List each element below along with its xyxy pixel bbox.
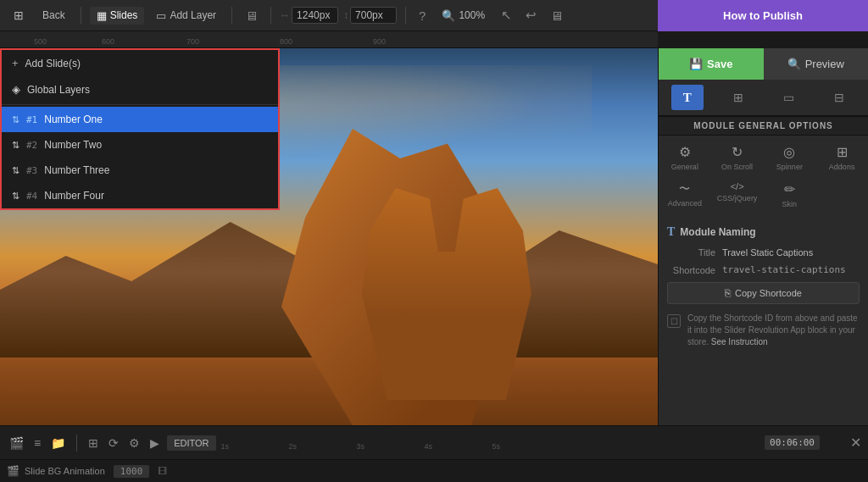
module-naming-header: T Module Naming	[667, 225, 860, 239]
copy-shortcode-icon: ⎘	[725, 287, 731, 299]
editor-label: EDITOR	[167, 435, 215, 451]
slide-item-2[interactable]: ⇅ #2 Number Two	[2, 132, 278, 158]
slide-item-3[interactable]: ⇅ #3 Number Three	[2, 158, 278, 183]
grid-icon[interactable]: ⊞	[86, 434, 101, 452]
add-slides-item[interactable]: + Add Slide(s)	[2, 50, 278, 76]
spinner-option[interactable]: ◎ Spinner	[764, 139, 816, 176]
tl-mark-2s: 2s	[289, 442, 298, 451]
grid-icon-btn[interactable]: ⊞	[7, 6, 31, 25]
css-jquery-option[interactable]: </> CSS/jQuery	[711, 176, 764, 213]
pointer-icon[interactable]: ↖	[497, 5, 516, 25]
save-button[interactable]: 💾 Save	[659, 48, 764, 80]
advanced-label: Advanced	[668, 199, 702, 208]
current-time-display: 00:06:00	[765, 435, 820, 450]
back-button[interactable]: Back	[36, 7, 72, 24]
see-instruction-link[interactable]: See Instruction	[711, 337, 768, 346]
separator-4	[405, 7, 406, 24]
shortcode-field-value: travel-static-captions	[722, 264, 846, 275]
title-field-label: Title	[667, 247, 722, 258]
how-to-publish-title: How to Publish	[723, 9, 803, 22]
film-icon[interactable]: 🎬	[7, 434, 26, 452]
width-input[interactable]	[292, 7, 338, 24]
slide-item-1[interactable]: ⇅ #1 Number One	[2, 107, 278, 132]
content-tab-icon: ▭	[783, 91, 794, 104]
css-jquery-label: CSS/jQuery	[717, 194, 758, 202]
add-layer-label: Add Layer	[170, 9, 216, 21]
play-icon[interactable]: ▶	[147, 434, 162, 452]
top-bar: ⊞ Back ▦ Slides ▭ Add Layer 🖥 ↔ ↕ ?	[0, 0, 868, 31]
ruler: 500 600 700 800 900	[0, 31, 658, 48]
copy-shortcode-button[interactable]: ⎘ Copy Shortcode	[667, 282, 860, 304]
width-input-group: ↔	[280, 7, 338, 24]
slide-3-order-icon: ⇅	[12, 165, 19, 176]
zoom-control[interactable]: 🔍 100%	[435, 7, 492, 25]
global-layers-item[interactable]: ◈ Global Layers	[2, 76, 278, 102]
width-arrow-icon: ↔	[280, 9, 290, 21]
shortcode-row: Shortcode travel-static-captions	[667, 264, 860, 275]
module-naming-section: T Module Naming Title Travel Static Capt…	[659, 217, 868, 360]
list-icon[interactable]: ≡	[31, 434, 43, 452]
status-film-icon: 🎬	[7, 465, 19, 477]
module-naming-t-icon: T	[667, 225, 675, 239]
undo-icon[interactable]: ↩	[521, 5, 541, 25]
on-scroll-label: On Scroll	[721, 163, 753, 171]
slide-1-order-icon: ⇅	[12, 114, 19, 125]
folder-icon[interactable]: 📁	[48, 434, 68, 452]
tab-layout[interactable]: ⊞	[722, 85, 754, 110]
height-arrow-icon: ↕	[343, 9, 348, 21]
advanced-option[interactable]: 〜 Advanced	[659, 176, 711, 213]
skin-icon: ✏	[784, 181, 795, 197]
addons-option[interactable]: ⊞ Addons	[815, 139, 868, 176]
defaults-tab-icon: ⊟	[834, 91, 844, 104]
tl-mark-5s: 5s	[492, 442, 501, 451]
add-slides-icon: +	[12, 57, 19, 69]
canvas-area: + Add Slide(s) ◈ Global Layers ⇅ #1 Numb…	[0, 48, 658, 425]
addons-label: Addons	[829, 163, 855, 171]
tab-title[interactable]: T	[671, 85, 704, 110]
monitor-icon[interactable]: 🖥	[241, 6, 262, 25]
title-field-value: Travel Static Captions	[722, 247, 813, 258]
slide-2-label: Number Two	[44, 139, 102, 151]
title-row: Title Travel Static Captions	[667, 247, 860, 258]
slide-3-label: Number Three	[44, 164, 109, 176]
slides-tab[interactable]: ▦ Slides	[90, 7, 145, 25]
tab-defaults[interactable]: ⊟	[823, 85, 855, 110]
dropdown-separator	[2, 104, 278, 105]
zoom-icon: 🔍	[442, 9, 455, 22]
advanced-icon: 〜	[679, 181, 690, 197]
info-checkbox-icon: ☐	[667, 314, 681, 328]
slide-1-label: Number One	[44, 114, 103, 125]
add-slides-label: Add Slide(s)	[25, 58, 81, 69]
height-input[interactable]	[350, 7, 397, 24]
slide-item-4[interactable]: ⇅ #4 Number Four	[2, 183, 278, 208]
slide-2-order-icon: ⇅	[12, 140, 19, 151]
spinner-label: Spinner	[776, 163, 803, 171]
close-timeline-button[interactable]: ✕	[850, 435, 861, 451]
bb-sep-1	[76, 435, 77, 452]
on-scroll-icon: ↻	[732, 144, 743, 160]
back-label: Back	[42, 9, 65, 21]
global-layers-icon: ◈	[12, 83, 20, 96]
css-jquery-icon: </>	[731, 181, 744, 191]
responsive-icon[interactable]: 🖥	[546, 6, 567, 25]
slide-2-num: #2	[26, 140, 37, 151]
general-option[interactable]: ⚙ General	[659, 139, 711, 176]
addons-icon: ⊞	[837, 144, 848, 160]
preview-button[interactable]: 🔍 Preview	[764, 48, 869, 80]
add-layer-button[interactable]: ▭ Add Layer	[149, 7, 223, 25]
status-value-badge: 1000	[114, 465, 150, 478]
tab-content[interactable]: ▭	[772, 85, 804, 110]
on-scroll-option[interactable]: ↻ On Scroll	[711, 139, 764, 176]
status-film-icon-2: 🎞	[158, 466, 167, 476]
save-label: Save	[707, 58, 732, 70]
help-icon[interactable]: ?	[415, 6, 430, 25]
panel-header-buttons: 💾 Save 🔍 Preview	[659, 48, 868, 80]
options-icon-grid: ⚙ General ↻ On Scroll ◎ Spinner ⊞ Addons…	[659, 136, 868, 217]
separator-3	[270, 7, 271, 24]
ruler-mark-500: 500	[34, 37, 47, 46]
skin-option[interactable]: ✏ Skin	[764, 176, 816, 213]
settings-icon[interactable]: ⚙	[126, 434, 142, 452]
save-icon: 💾	[689, 58, 703, 70]
shortcode-info: ☐ Copy the Shortcode ID from above and p…	[667, 309, 860, 352]
refresh-icon[interactable]: ⟳	[106, 434, 121, 452]
